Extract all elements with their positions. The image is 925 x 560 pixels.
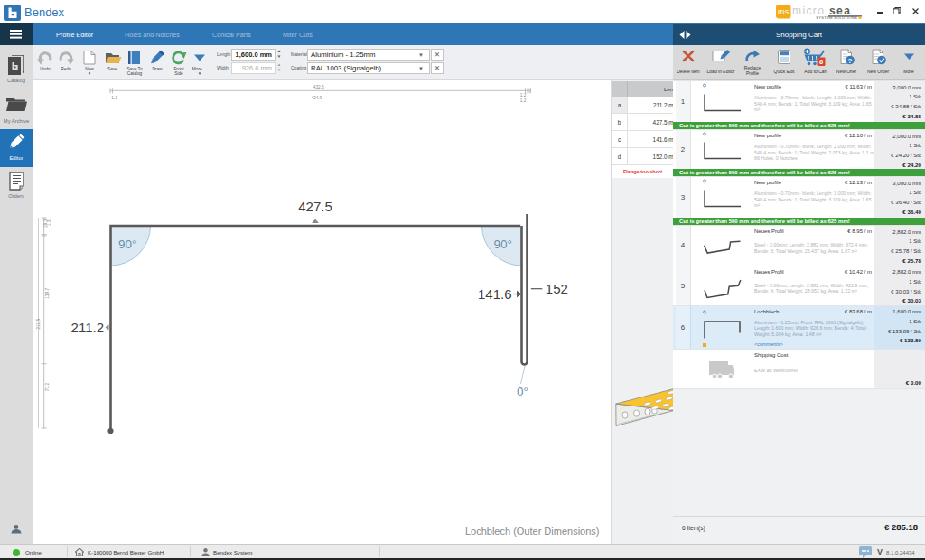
svg-text:1.2: 1.2 (520, 93, 527, 98)
svg-text:424.9: 424.9 (311, 96, 322, 100)
svg-text:141.6: 141.6 (478, 286, 512, 302)
svg-text:0°: 0° (517, 385, 528, 398)
svg-text:70.2: 70.2 (45, 383, 50, 392)
svg-text:211.2: 211.2 (71, 320, 104, 335)
svg-text:1.3: 1.3 (111, 96, 117, 100)
svg-text:427.5: 427.5 (298, 199, 332, 214)
svg-text:1.2: 1.2 (520, 98, 527, 103)
svg-text:Lochblech (Outer Dimensions): Lochblech (Outer Dimensions) (465, 526, 600, 537)
svg-text:ms: ms (778, 7, 790, 16)
svg-text:?: ? (848, 57, 853, 65)
svg-text:139.7: 139.7 (45, 287, 50, 298)
svg-text:90°: 90° (118, 238, 136, 251)
svg-text:432.5: 432.5 (313, 85, 324, 89)
svg-text:1.3: 1.3 (47, 219, 51, 226)
svg-text:6: 6 (819, 58, 823, 66)
svg-text:211.5: 211.5 (36, 319, 41, 330)
svg-text:SYSTEM SOLUTIONS: SYSTEM SOLUTIONS (816, 15, 857, 20)
svg-text:90°: 90° (494, 238, 512, 251)
svg-text:152: 152 (546, 281, 568, 296)
